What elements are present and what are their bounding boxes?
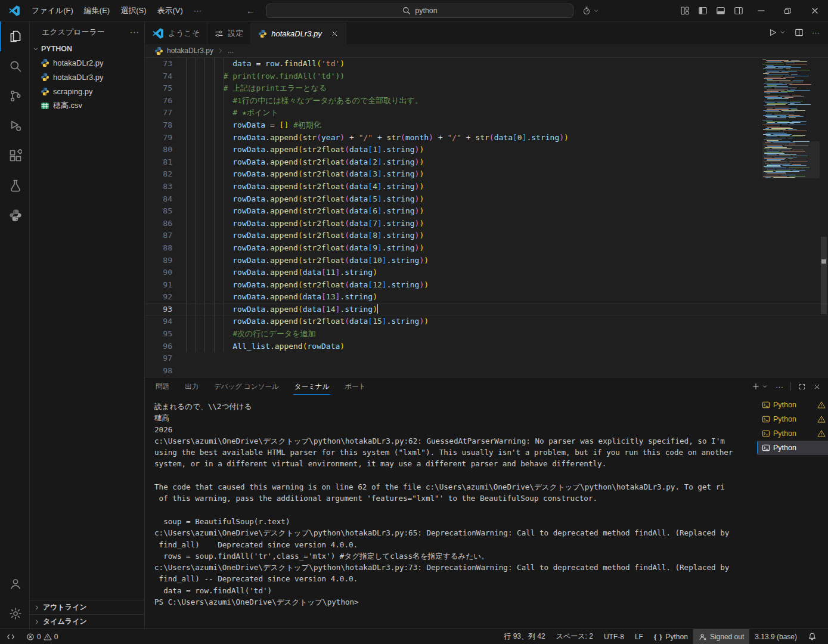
menu-item-2[interactable]: 選択(S)	[115, 3, 151, 18]
status-item-UTF-8[interactable]: UTF-8	[598, 629, 629, 644]
code-editor[interactable]: 73 data = row.findAll('td')74 # print(ro…	[145, 57, 828, 377]
editor-more-actions-icon[interactable]: ···	[812, 28, 820, 37]
code-line-83[interactable]: 83 rowData.append(str2float(data[4].stri…	[145, 181, 828, 193]
toggle-secondary-sidebar-icon[interactable]	[730, 3, 748, 18]
menu-overflow[interactable]: ···	[188, 4, 207, 17]
panel-tab-出力[interactable]: 出力	[184, 379, 200, 394]
timeline-section[interactable]: タイムライン	[30, 614, 144, 628]
split-editor-icon[interactable]	[795, 28, 804, 37]
terminal-icon	[762, 415, 770, 423]
status-item-3.13.9 (base)[interactable]: 3.13.9 (base)	[749, 629, 802, 644]
code-line-98[interactable]: 98	[145, 365, 828, 377]
menu-item-0[interactable]: ファイル(F)	[26, 3, 79, 18]
panel-tab-ポート[interactable]: ポート	[343, 379, 367, 394]
file-item-scraping.py[interactable]: scraping.py	[30, 84, 144, 98]
activity-testing-icon[interactable]	[0, 171, 29, 200]
remote-indicator-icon[interactable]	[0, 629, 21, 644]
code-line-89[interactable]: 89 rowData.append(str2float(data[10].str…	[145, 255, 828, 267]
status-item-Python[interactable]: { }Python	[649, 629, 693, 644]
breadcrumb[interactable]: hotakaDLr3.py ...	[145, 44, 828, 57]
window-minimize-button[interactable]	[748, 0, 774, 21]
code-line-92[interactable]: 92 rowData.append(data[13].string)	[145, 291, 828, 304]
status-item-bell[interactable]	[802, 629, 822, 644]
code-line-74[interactable]: 74 # print(row.findAll('td'))	[145, 70, 828, 83]
close-panel-icon[interactable]	[813, 383, 821, 391]
code-line-94[interactable]: 94 rowData.append(str2float(data[15].str…	[145, 315, 828, 328]
breadcrumb-more[interactable]: ...	[228, 47, 234, 55]
terminal-list-item-3[interactable]: Python	[757, 441, 828, 455]
terminal-list-item-1[interactable]: Python	[757, 412, 828, 426]
panel-tab-ターミナル[interactable]: ターミナル	[293, 379, 331, 395]
activity-settings-icon[interactable]	[0, 599, 29, 628]
code-line-75[interactable]: 75 # 上記はprintエラーとなる	[145, 82, 828, 95]
run-python-file-button[interactable]	[768, 28, 786, 37]
new-terminal-button[interactable]	[752, 382, 768, 391]
status-item-行 93、列 42[interactable]: 行 93、列 42	[498, 629, 550, 644]
code-line-76[interactable]: 76 #1行の中には様々なデータがあるので全部取り出す。	[145, 95, 828, 107]
activity-run-debug-icon[interactable]	[0, 111, 29, 141]
code-line-96[interactable]: 96 All_list.append(rowData)	[145, 340, 828, 353]
code-line-93[interactable]: 93 rowData.append(data[14].string)	[145, 304, 828, 316]
code-line-78[interactable]: 78 rowData = [] #初期化	[145, 119, 828, 132]
menu-item-3[interactable]: 表示(V)	[152, 3, 188, 18]
history-back-icon[interactable]: ←	[246, 5, 255, 16]
divider	[790, 382, 791, 391]
window-maximize-button[interactable]	[774, 0, 801, 21]
indent-guide	[196, 58, 196, 352]
explorer-more-actions-icon[interactable]: ···	[130, 27, 139, 36]
code-line-95[interactable]: 95 #次の行にデータを追加	[145, 328, 828, 340]
close-tab-icon[interactable]	[331, 30, 339, 38]
folder-section-python[interactable]: PYTHON	[30, 42, 144, 55]
code-line-82[interactable]: 82 rowData.append(str2float(data[3].stri…	[145, 168, 828, 181]
terminal-list-item-2[interactable]: Python	[757, 426, 828, 441]
terminal-list-item-0[interactable]: Python	[757, 398, 828, 412]
activity-python-icon[interactable]	[0, 200, 29, 230]
file-item-hotakaDLr3.py[interactable]: hotakaDLr3.py	[30, 70, 144, 84]
tab-ようこそ[interactable]: ようこそ	[145, 23, 207, 44]
code-line-80[interactable]: 80 rowData.append(str2float(data[1].stri…	[145, 144, 828, 156]
toggle-panel-icon[interactable]	[712, 3, 730, 18]
timer-icon	[582, 6, 591, 16]
file-item-hotakaDLr2.py[interactable]: hotakaDLr2.py	[30, 55, 144, 70]
activity-search-icon[interactable]	[0, 51, 29, 81]
prerelease-session-button[interactable]	[582, 6, 600, 16]
status-item-スペース: 2[interactable]: スペース: 2	[551, 629, 598, 644]
tab-hotakaDLr3.py[interactable]: hotakaDLr3.py	[251, 23, 346, 44]
code-line-97[interactable]: 97	[145, 352, 828, 365]
menu-item-1[interactable]: 編集(E)	[79, 3, 115, 18]
tab-設定[interactable]: 設定	[207, 23, 251, 44]
outline-section[interactable]: アウトライン	[30, 600, 144, 614]
code-line-86[interactable]: 86 rowData.append(str2float(data[7].stri…	[145, 218, 828, 230]
window-close-button[interactable]	[801, 0, 828, 21]
maximize-panel-icon[interactable]	[798, 383, 806, 391]
code-line-81[interactable]: 81 rowData.append(str2float(data[2].stri…	[145, 156, 828, 169]
status-item-LF[interactable]: LF	[629, 629, 649, 644]
activity-explorer-icon[interactable]	[0, 21, 29, 51]
panel-tab-問題[interactable]: 問題	[154, 379, 170, 394]
code-line-79[interactable]: 79 rowData.append(str(year) + "/" + str(…	[145, 132, 828, 144]
code-line-85[interactable]: 85 rowData.append(str2float(data[6].stri…	[145, 205, 828, 218]
activity-account-icon[interactable]	[0, 569, 29, 599]
status-item-Signed out[interactable]: Signed out	[693, 629, 749, 644]
code-line-73[interactable]: 73 data = row.findAll('td')	[145, 58, 828, 70]
code-line-90[interactable]: 90 rowData.append(data[11].string)	[145, 267, 828, 279]
terminal-list: PythonPythonPythonPython	[757, 395, 828, 628]
minimap-slider[interactable]	[762, 141, 820, 178]
file-item-穂高.csv[interactable]: 穂高.csv	[30, 98, 144, 113]
breadcrumb-file[interactable]: hotakaDLr3.py	[167, 47, 213, 55]
problems-status[interactable]: 0 0	[21, 629, 63, 644]
activity-extensions-icon[interactable]	[0, 141, 29, 171]
toggle-sidebar-icon[interactable]	[694, 3, 712, 18]
panel-tab-デバッグ コンソール[interactable]: デバッグ コンソール	[213, 379, 280, 394]
code-line-88[interactable]: 88 rowData.append(str2float(data[9].stri…	[145, 242, 828, 255]
code-line-87[interactable]: 87 rowData.append(str2float(data[8].stri…	[145, 230, 828, 242]
code-line-77[interactable]: 77 # ★ポイント	[145, 107, 828, 119]
terminal-output[interactable]: 読まれるので、\\2つ付ける穂高2026c:\Users\azumi\OneDr…	[145, 395, 757, 628]
panel-more-actions-icon[interactable]: ···	[776, 382, 783, 391]
code-line-84[interactable]: 84 rowData.append(str2float(data[5].stri…	[145, 193, 828, 206]
customize-layout-icon[interactable]	[676, 3, 694, 18]
activity-source-control-icon[interactable]	[0, 81, 29, 111]
code-line-91[interactable]: 91 rowData.append(str2float(data[12].str…	[145, 279, 828, 292]
command-center-search[interactable]: python	[266, 4, 573, 18]
editor-scrollbar[interactable]	[820, 58, 828, 377]
